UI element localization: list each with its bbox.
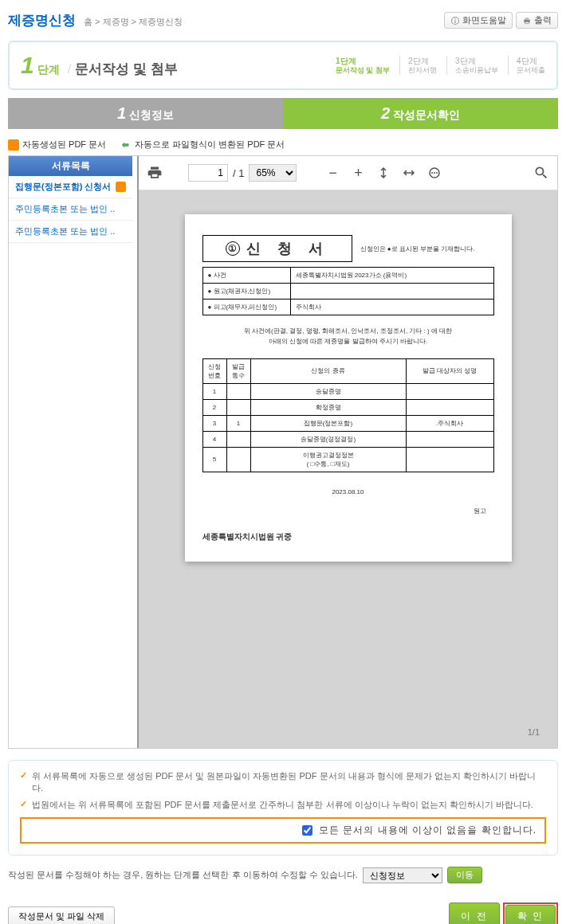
bottom-row: 작성문서 및 파일 삭제 이 전 확 인 [8, 902, 558, 924]
auto-pdf-badge-icon [8, 139, 19, 151]
sidebar-header: 서류목록 [9, 156, 132, 176]
table-row: 2확정증명 [202, 399, 493, 415]
goto-button[interactable]: 이동 [447, 867, 482, 883]
confirm-button[interactable]: 확 인 [505, 905, 556, 924]
print-button[interactable]: 출력 [516, 12, 558, 29]
confirm-box: 모든 문서의 내용에 이상이 없음을 확인합니다. [20, 817, 546, 844]
chevron-icon: ✓ [20, 799, 27, 809]
more-button[interactable] [424, 162, 445, 183]
confirm-button-highlight: 확 인 [503, 902, 558, 924]
page-input[interactable] [188, 164, 228, 182]
zoom-select[interactable]: 65% [249, 164, 297, 182]
step-item-2: 2단계 전자서명 [399, 56, 437, 76]
pdf-viewer: / 1 65% − + [137, 156, 557, 748]
sidebar-item-resident-2[interactable]: 주민등록초본 또는 법인 .. [9, 221, 132, 243]
pdf-note: 위 사건에(판결, 결정, 명령, 화해조서, 인낙조서, 조정조서, 기타 :… [202, 327, 494, 347]
sidebar: 서류목록 집행문(정본포함) 신청서 주민등록초본 또는 법인 .. 주민등록초… [9, 156, 132, 748]
pdf-date: 2023.08.10 [202, 488, 494, 495]
delete-button[interactable]: 작성문서 및 파일 삭제 [8, 906, 115, 924]
step-current-label: 단계 [37, 63, 60, 77]
tab-application-info[interactable]: 1신청정보 [8, 98, 283, 129]
pdf-title-note: 신청인은 ●로 표시된 부분을 기재합니다. [360, 245, 475, 253]
convert-icon [120, 139, 132, 151]
page-total: / 1 [233, 167, 244, 179]
content-area: 서류목록 집행문(정본포함) 신청서 주민등록초본 또는 법인 .. 주민등록초… [8, 155, 558, 749]
zoom-out-button[interactable]: − [322, 162, 343, 183]
fit-height-button[interactable] [373, 162, 394, 183]
print-button-label: 출력 [534, 14, 552, 26]
prev-button[interactable]: 이 전 [449, 902, 499, 924]
pdf-signer: 원고 [202, 507, 494, 515]
print-icon[interactable] [147, 165, 163, 181]
legend-converted-pdf: 자동으로 파일형식이 변환된 PDF 문서 [120, 139, 285, 151]
tab-document-confirm[interactable]: 2작성문서확인 [283, 98, 558, 129]
page-indicator: 1/1 [528, 727, 540, 737]
pdf-court: 세종특별자치시법원 귀중 [202, 531, 494, 542]
step-current-title: 문서작성 및 첨부 [68, 60, 178, 78]
svg-point-1 [454, 18, 456, 20]
page-title: 제증명신청 [8, 11, 76, 29]
sidebar-item-resident-1[interactable]: 주민등록초본 또는 법인 .. [9, 198, 132, 221]
notice-box: ✓ 위 서류목록에 자동으로 생성된 PDF 문서 및 원본파일이 자동변환된 … [8, 760, 558, 855]
table-row: 1송달증명 [202, 383, 493, 399]
step-current-num: 1 [21, 52, 34, 79]
goto-text: 작성된 문서를 수정해야 하는 경우, 원하는 단계를 선택한 후 이동하여 수… [8, 869, 358, 881]
notice-line-1: ✓ 위 서류목록에 자동으로 생성된 PDF 문서 및 원본파일이 자동변환된 … [20, 770, 546, 794]
table-row: 31집행문(정본포함).주식회사 [202, 415, 493, 431]
step-box: 1 단계 문서작성 및 첨부 1단계 문서작성 및 첨부 2단계 전자서명 3단… [8, 41, 558, 90]
sidebar-item-application[interactable]: 집행문(정본포함) 신청서 [9, 176, 132, 198]
pdf-info-table: ● 사건세종특별자치시법원 2023가소 (용역비) ● 원고(채권자,신청인)… [202, 267, 494, 315]
step-item-4: 4단계 문서제출 [508, 56, 545, 76]
table-row: 4송달증명(경정결정) [202, 431, 493, 447]
legend: 자동생성된 PDF 문서 자동으로 파일형식이 변환된 PDF 문서 [8, 139, 558, 151]
svg-rect-5 [525, 22, 529, 23]
breadcrumb: 홈 > 제증명 > 제증명신청 [84, 16, 183, 28]
confirm-checkbox[interactable] [302, 825, 312, 836]
pdf-request-table: 신청 번호 발급 통수 신청의 종류 발급 대상자의 성명 1송달증명 2확정증… [202, 358, 494, 472]
auto-pdf-badge-icon [116, 182, 126, 192]
pdf-page: ① 신 청 서 신청인은 ●로 표시된 부분을 기재합니다. ● 사건세종특별자… [185, 214, 512, 562]
step-item-3: 3단계 소송비용납부 [446, 56, 498, 76]
page-header: 제증명신청 홈 > 제증명 > 제증명신청 화면도움말 출력 [8, 8, 558, 36]
goto-select[interactable]: 신청정보 [363, 867, 442, 883]
info-icon [450, 16, 460, 25]
viewer-toolbar: / 1 65% − + [139, 156, 557, 190]
pdf-title: ① 신 청 서 [202, 235, 352, 262]
svg-rect-4 [525, 18, 529, 19]
goto-row: 작성된 문서를 수정해야 하는 경우, 원하는 단계를 선택한 후 이동하여 수… [8, 867, 558, 883]
svg-point-8 [434, 172, 435, 174]
step-list: 1단계 문서작성 및 첨부 2단계 전자서명 3단계 소송비용납부 4단계 문서… [328, 56, 545, 76]
zoom-in-button[interactable]: + [348, 162, 368, 183]
svg-point-7 [431, 172, 433, 174]
help-button-label: 화면도움말 [462, 14, 506, 26]
fit-width-button[interactable] [399, 162, 419, 183]
viewer-body[interactable]: ① 신 청 서 신청인은 ●로 표시된 부분을 기재합니다. ● 사건세종특별자… [139, 190, 557, 748]
svg-rect-2 [454, 20, 455, 23]
table-row: 5이행권고결정정본 ( □수통, □재도) [202, 447, 493, 472]
notice-line-2: ✓ 법원에서는 위 서류목록에 포함된 PDF 문서를 제출문서로 간주하니 첨… [20, 799, 546, 811]
legend-auto-pdf: 자동생성된 PDF 문서 [8, 139, 106, 151]
help-button[interactable]: 화면도움말 [444, 12, 513, 29]
printer-icon [522, 16, 532, 25]
svg-point-9 [436, 172, 438, 174]
tabs: 1신청정보 2작성문서확인 [8, 98, 558, 129]
chevron-icon: ✓ [20, 770, 27, 781]
search-icon[interactable] [533, 165, 549, 181]
step-item-1: 1단계 문서작성 및 첨부 [328, 56, 390, 76]
confirm-checkbox-label[interactable]: 모든 문서의 내용에 이상이 없음을 확인합니다. [302, 824, 537, 836]
